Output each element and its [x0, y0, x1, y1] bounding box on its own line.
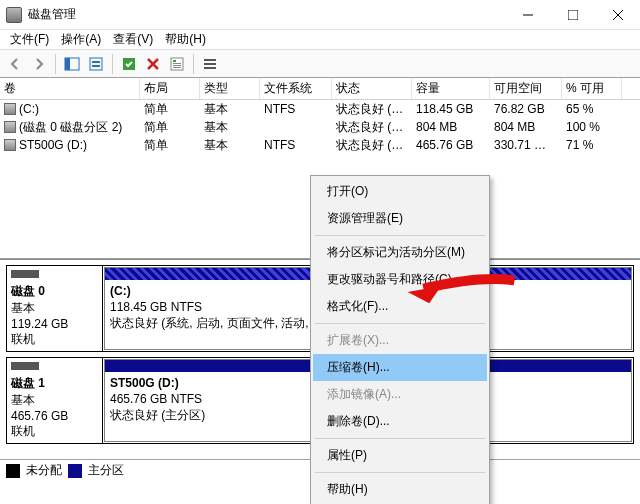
svg-rect-3: [90, 58, 102, 70]
disk-kind: 基本: [11, 300, 98, 317]
cell: 65 %: [562, 100, 622, 118]
settings-icon[interactable]: [85, 53, 107, 75]
cell: (磁盘 0 磁盘分区 2): [19, 119, 122, 136]
window-title: 磁盘管理: [28, 6, 505, 23]
legend-label: 未分配: [26, 462, 62, 479]
cell: 118.45 GB: [412, 100, 490, 118]
disk-kind: 基本: [11, 392, 98, 409]
list-icon[interactable]: [199, 53, 221, 75]
minimize-button[interactable]: [505, 0, 550, 30]
ctx-extend: 扩展卷(X)...: [313, 327, 487, 354]
volume-icon: [4, 103, 16, 115]
svg-rect-5: [92, 65, 100, 67]
cell: 状态良好 (…: [332, 135, 412, 156]
svg-rect-12: [204, 59, 216, 61]
disk-label: 磁盘 1: [11, 375, 98, 392]
svg-rect-10: [173, 65, 181, 66]
ctx-format[interactable]: 格式化(F)...: [313, 293, 487, 320]
titlebar: 磁盘管理: [0, 0, 640, 30]
col-filesystem[interactable]: 文件系统: [260, 78, 332, 99]
back-icon[interactable]: [4, 53, 26, 75]
ctx-open[interactable]: 打开(O): [313, 178, 487, 205]
svg-rect-13: [204, 63, 216, 65]
svg-rect-4: [92, 61, 100, 63]
disk-size: 119.24 GB: [11, 317, 98, 331]
disk-info[interactable]: 磁盘 1 基本 465.76 GB 联机: [7, 358, 103, 443]
cell: 基本: [200, 135, 260, 156]
cell: [260, 125, 332, 129]
ctx-help[interactable]: 帮助(H): [313, 476, 487, 503]
cell: 804 MB: [490, 118, 562, 136]
disk-state: 联机: [11, 423, 98, 440]
menu-separator: [315, 472, 485, 473]
ctx-delete[interactable]: 删除卷(D)...: [313, 408, 487, 435]
cell: 简单: [140, 135, 200, 156]
ctx-properties[interactable]: 属性(P): [313, 442, 487, 469]
menu-separator: [315, 438, 485, 439]
panel-icon[interactable]: [61, 53, 83, 75]
menu-separator: [315, 323, 485, 324]
disk-icon: [11, 362, 39, 370]
forward-icon[interactable]: [28, 53, 50, 75]
col-status[interactable]: 状态: [332, 78, 412, 99]
disk-info[interactable]: 磁盘 0 基本 119.24 GB 联机: [7, 266, 103, 351]
ctx-add-mirror: 添加镜像(A)...: [313, 381, 487, 408]
col-free[interactable]: 可用空间: [490, 78, 562, 99]
menubar: 文件(F) 操作(A) 查看(V) 帮助(H): [0, 30, 640, 50]
disk-state: 联机: [11, 331, 98, 348]
menu-separator: [315, 235, 485, 236]
refresh-icon[interactable]: [118, 53, 140, 75]
context-menu: 打开(O) 资源管理器(E) 将分区标记为活动分区(M) 更改驱动器号和路径(C…: [310, 175, 490, 504]
cell: 100 %: [562, 118, 622, 136]
svg-rect-9: [173, 63, 181, 64]
cell: NTFS: [260, 136, 332, 154]
cell: 76.82 GB: [490, 100, 562, 118]
legend-label: 主分区: [88, 462, 124, 479]
ctx-shrink[interactable]: 压缩卷(H)...: [313, 354, 487, 381]
cell: (C:): [19, 102, 39, 116]
app-icon: [6, 7, 22, 23]
svg-rect-14: [204, 67, 216, 69]
svg-rect-2: [65, 58, 70, 70]
cell: NTFS: [260, 100, 332, 118]
table-row[interactable]: (磁盘 0 磁盘分区 2) 简单 基本 状态良好 (… 804 MB 804 M…: [0, 118, 640, 136]
col-capacity[interactable]: 容量: [412, 78, 490, 99]
col-percent[interactable]: % 可用: [562, 78, 622, 99]
cell: ST500G (D:): [19, 138, 87, 152]
close-button[interactable]: [595, 0, 640, 30]
ctx-mark-active[interactable]: 将分区标记为活动分区(M): [313, 239, 487, 266]
delete-icon[interactable]: [142, 53, 164, 75]
cell: 330.71 …: [490, 136, 562, 154]
svg-rect-8: [173, 60, 176, 62]
col-type[interactable]: 类型: [200, 78, 260, 99]
col-volume[interactable]: 卷: [0, 78, 140, 99]
legend-swatch-unallocated: [6, 464, 20, 478]
col-layout[interactable]: 布局: [140, 78, 200, 99]
menu-action[interactable]: 操作(A): [55, 29, 107, 50]
table-row[interactable]: ST500G (D:) 简单 基本 NTFS 状态良好 (… 465.76 GB…: [0, 136, 640, 154]
cell: 804 MB: [412, 118, 490, 136]
maximize-button[interactable]: [550, 0, 595, 30]
table-row[interactable]: (C:) 简单 基本 NTFS 状态良好 (… 118.45 GB 76.82 …: [0, 100, 640, 118]
ctx-explorer[interactable]: 资源管理器(E): [313, 205, 487, 232]
menu-help[interactable]: 帮助(H): [159, 29, 212, 50]
menu-file[interactable]: 文件(F): [4, 29, 55, 50]
svg-rect-11: [173, 67, 181, 68]
ctx-change-drive[interactable]: 更改驱动器号和路径(C)...: [313, 266, 487, 293]
cell: 71 %: [562, 136, 622, 154]
properties-icon[interactable]: [166, 53, 188, 75]
volume-icon: [4, 139, 16, 151]
table-header: 卷 布局 类型 文件系统 状态 容量 可用空间 % 可用: [0, 78, 640, 100]
disk-label: 磁盘 0: [11, 283, 98, 300]
legend-swatch-primary: [68, 464, 82, 478]
disk-icon: [11, 270, 39, 278]
disk-size: 465.76 GB: [11, 409, 98, 423]
svg-rect-0: [568, 10, 578, 20]
cell: 465.76 GB: [412, 136, 490, 154]
toolbar: [0, 50, 640, 78]
volume-icon: [4, 121, 16, 133]
menu-view[interactable]: 查看(V): [107, 29, 159, 50]
